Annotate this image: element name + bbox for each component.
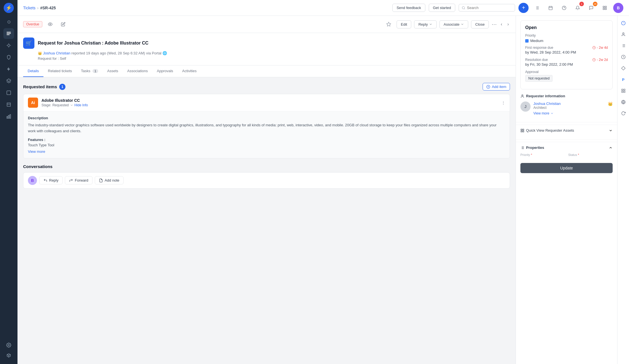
sidebar-item-bugs[interactable] — [3, 40, 14, 51]
tab-assets[interactable]: Assets — [103, 65, 123, 77]
far-right-grid-icon[interactable] — [619, 86, 628, 95]
reply-conversation-button[interactable]: Reply — [39, 176, 63, 184]
view-more-requester-button[interactable]: View more — [533, 111, 561, 115]
sidebar-item-settings[interactable] — [3, 340, 14, 350]
reply-icon — [43, 178, 47, 182]
sidebar: ⚡ ⊙ — [0, 0, 17, 364]
crown-icon: 👑 — [38, 51, 42, 55]
chat-button[interactable]: 26 — [586, 3, 596, 13]
prev-ticket-button[interactable]: ‹ — [500, 21, 503, 28]
hide-info-button[interactable]: Hide Info — [74, 103, 88, 107]
associate-button[interactable]: Associate — [439, 20, 468, 28]
tab-details[interactable]: Details — [23, 65, 43, 77]
far-right-list-icon[interactable] — [619, 41, 628, 50]
eye-button[interactable] — [45, 19, 55, 29]
conversations-section: Conversations B Reply Forward — [23, 164, 510, 189]
sidebar-item-shield[interactable] — [3, 52, 14, 63]
reply-button[interactable]: Reply — [414, 20, 436, 28]
overdue-clock-icon-1 — [592, 46, 596, 49]
view-more-link[interactable]: View more — [28, 149, 45, 154]
requester-card: J Joshua Christian Architect View more 👑 — [520, 102, 613, 115]
edit-button[interactable]: Edit — [397, 20, 411, 28]
far-right-diamond-icon[interactable] — [619, 64, 628, 73]
next-ticket-button[interactable]: › — [506, 21, 510, 28]
resolution-overdue: - 2w 2d — [592, 58, 608, 62]
list-view-button[interactable] — [532, 3, 542, 13]
sidebar-item-tickets[interactable] — [3, 28, 14, 39]
tab-tasks[interactable]: Tasks 1 — [76, 65, 103, 77]
sidebar-item-lightning[interactable] — [3, 64, 14, 74]
search-box[interactable] — [459, 4, 515, 12]
requester-person-icon — [520, 94, 524, 98]
requester-info-title: Requester information — [526, 94, 565, 98]
svg-rect-39 — [523, 131, 524, 132]
tab-associations[interactable]: Associations — [123, 65, 152, 77]
breadcrumb-separator: › — [37, 6, 39, 10]
far-right-info-icon[interactable] — [619, 19, 628, 28]
notification-button[interactable]: 1 — [573, 3, 583, 13]
far-right-globe-icon[interactable] — [619, 98, 628, 107]
tab-related-tickets[interactable]: Related tickets — [43, 65, 76, 77]
close-button[interactable]: Close — [471, 20, 489, 28]
far-right-refresh-icon[interactable] — [619, 109, 628, 118]
ticket-info-section: 🛒 Request for Joshua Christian : Adobe I… — [17, 33, 516, 65]
notification-badge: 1 — [579, 2, 584, 6]
add-item-button[interactable]: Add item — [483, 83, 510, 91]
svg-marker-57 — [621, 66, 625, 70]
app-logo[interactable]: ⚡ — [4, 3, 14, 13]
more-options-button[interactable]: ⋯ — [492, 21, 497, 27]
sidebar-item-book[interactable] — [3, 99, 14, 110]
get-started-button[interactable]: Get started — [429, 4, 455, 12]
svg-rect-5 — [7, 91, 11, 95]
svg-point-10 — [462, 6, 465, 9]
properties-title-text: Properties — [526, 145, 544, 150]
quick-view-toggle[interactable]: Quick View Requester Assets — [520, 128, 613, 133]
first-response-date: by Wed, 28 Sep 2022, 4:00 PM — [525, 50, 576, 54]
star-button[interactable] — [384, 19, 394, 29]
item-description: The industry-standard vector graphics so… — [28, 122, 505, 134]
reporter-link[interactable]: Joshua Christian — [43, 51, 71, 55]
right-panel: Open Priority Medium First response due … — [516, 16, 617, 364]
svg-rect-25 — [605, 6, 606, 8]
conversations-title: Conversations — [23, 164, 510, 169]
far-right-user-icon[interactable] — [619, 30, 628, 39]
request-for: Request for : Self — [38, 56, 510, 61]
svg-rect-60 — [622, 91, 623, 92]
item-more-button[interactable]: ⋮ — [502, 101, 505, 105]
resolution-date: by Fri, 30 Sep 2022, 2:00 PM — [525, 62, 573, 67]
search-icon — [462, 6, 465, 10]
edit-icon-button[interactable] — [58, 19, 68, 29]
send-feedback-button[interactable]: Send feedback — [392, 4, 425, 12]
quick-view-section: Quick View Requester Assets — [516, 125, 617, 137]
update-button[interactable]: Update — [520, 163, 613, 173]
breadcrumb-current: #SR-425 — [40, 6, 56, 10]
add-note-button[interactable]: Add note — [95, 176, 124, 184]
tab-approvals[interactable]: Approvals — [152, 65, 178, 77]
svg-rect-59 — [624, 89, 625, 91]
assets-icon — [520, 129, 524, 133]
user-avatar-button[interactable]: B — [613, 3, 623, 13]
sidebar-item-home[interactable]: ⊙ — [3, 16, 14, 27]
far-right-panel: P — [617, 16, 629, 364]
calendar-button[interactable] — [546, 3, 556, 13]
priority-value: Medium — [525, 39, 608, 43]
help-button[interactable] — [559, 3, 569, 13]
sidebar-item-box[interactable] — [3, 87, 14, 98]
far-right-p-icon[interactable]: P — [619, 75, 628, 84]
tab-activities[interactable]: Activities — [178, 65, 201, 77]
conversation-avatar: B — [28, 176, 37, 185]
associate-dropdown-icon — [461, 23, 464, 26]
forward-button[interactable]: Forward — [65, 176, 93, 184]
breadcrumb-tickets[interactable]: Tickets — [23, 6, 36, 10]
approval-status: Not requested — [525, 75, 553, 82]
sidebar-item-3d[interactable] — [3, 350, 14, 361]
sidebar-item-chart[interactable] — [3, 111, 14, 122]
item-stage-dropdown[interactable]: Stage: Requested Hide Info — [41, 103, 88, 107]
grid-button[interactable] — [600, 3, 610, 13]
sidebar-item-layers[interactable] — [3, 76, 14, 86]
add-button[interactable]: + — [518, 3, 529, 13]
search-input[interactable] — [467, 6, 512, 10]
svg-point-28 — [50, 24, 51, 25]
far-right-clock-icon[interactable] — [619, 52, 628, 61]
requester-name[interactable]: Joshua Christian — [533, 102, 561, 106]
